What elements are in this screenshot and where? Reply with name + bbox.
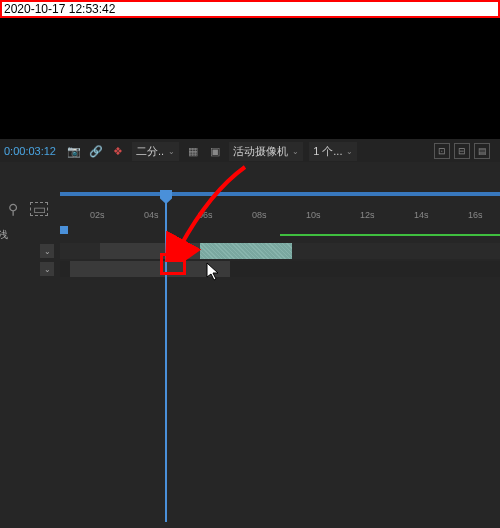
tracks-area: ⌄⌄ — [0, 242, 500, 278]
track-lane[interactable] — [60, 243, 500, 259]
timeline-left-tools: ⚲ ▭ — [0, 192, 60, 226]
track-row: ⌄ — [0, 260, 500, 278]
layer-clip[interactable] — [70, 261, 230, 277]
time-ruler[interactable]: 02s04s06s08s10s12s14s16s — [60, 192, 500, 226]
ruler-tick-label: 08s — [252, 210, 267, 220]
chevron-down-icon: ⌄ — [346, 147, 353, 156]
ruler-tick-label: 04s — [144, 210, 159, 220]
camera-label: 活动摄像机 — [233, 144, 288, 159]
search-icon[interactable]: ⚲ — [4, 200, 22, 218]
track-gutter: ⌄ — [0, 262, 60, 276]
view-option-icon[interactable]: ⊟ — [454, 143, 470, 159]
ruler-tick-label: 14s — [414, 210, 429, 220]
resolution-label: 二分.. — [136, 144, 164, 159]
track-collapse-chevron[interactable]: ⌄ — [40, 262, 54, 276]
view-option-icon[interactable]: ⊡ — [434, 143, 450, 159]
current-timecode[interactable]: 0:00:03:12 — [0, 145, 60, 157]
track-lane[interactable] — [60, 261, 500, 277]
channels-icon[interactable]: ❖ — [110, 143, 126, 159]
timeline-panel: ⚲ ▭ 浅 02s04s06s08s10s12s14s16s ⌄⌄ — [0, 162, 500, 528]
views-label: 1 个... — [313, 144, 342, 159]
chevron-down-icon: ⌄ — [292, 147, 299, 156]
region-icon[interactable]: ▭ — [30, 202, 48, 216]
mask-icon[interactable]: ▣ — [207, 143, 223, 159]
link-icon[interactable]: 🔗 — [88, 143, 104, 159]
composition-preview — [0, 18, 500, 138]
annotation-highlight-box — [160, 253, 186, 275]
ruler-tick-label: 06s — [198, 210, 213, 220]
ruler-tick-label: 02s — [90, 210, 105, 220]
snapshot-icon[interactable]: 📷 — [66, 143, 82, 159]
ruler-range-bar[interactable] — [60, 192, 500, 196]
work-area-bar[interactable] — [60, 226, 500, 234]
preview-toolbar: 0:00:03:12 📷 🔗 ❖ 二分.. ⌄ ▦ ▣ 活动摄像机 ⌄ 1 个.… — [0, 138, 500, 164]
track-collapse-chevron[interactable]: ⌄ — [40, 244, 54, 258]
ruler-tick-label: 10s — [306, 210, 321, 220]
current-time-indicator[interactable] — [165, 192, 167, 522]
chevron-down-icon: ⌄ — [168, 147, 175, 156]
track-row: ⌄ — [0, 242, 500, 260]
timestamp-overlay: 2020-10-17 12:53:42 — [0, 0, 500, 18]
toolbar-right-icons: ⊡ ⊟ ▤ — [434, 139, 490, 163]
layer-clip-selected[interactable] — [200, 243, 292, 259]
track-gutter: ⌄ — [0, 244, 60, 258]
grid-icon[interactable]: ▦ — [185, 143, 201, 159]
views-dropdown[interactable]: 1 个... ⌄ — [309, 142, 357, 161]
ruler-seconds[interactable]: 02s04s06s08s10s12s14s16s — [60, 206, 500, 227]
ruler-tick-label: 16s — [468, 210, 483, 220]
cached-frames-indicator — [280, 234, 500, 236]
resolution-dropdown[interactable]: 二分.. ⌄ — [132, 142, 179, 161]
ruler-tick-label: 12s — [360, 210, 375, 220]
camera-dropdown[interactable]: 活动摄像机 ⌄ — [229, 142, 303, 161]
side-label: 浅 — [0, 228, 8, 242]
work-area-start-handle[interactable] — [60, 226, 68, 234]
view-option-icon[interactable]: ▤ — [474, 143, 490, 159]
ruler-frames[interactable] — [60, 192, 500, 206]
